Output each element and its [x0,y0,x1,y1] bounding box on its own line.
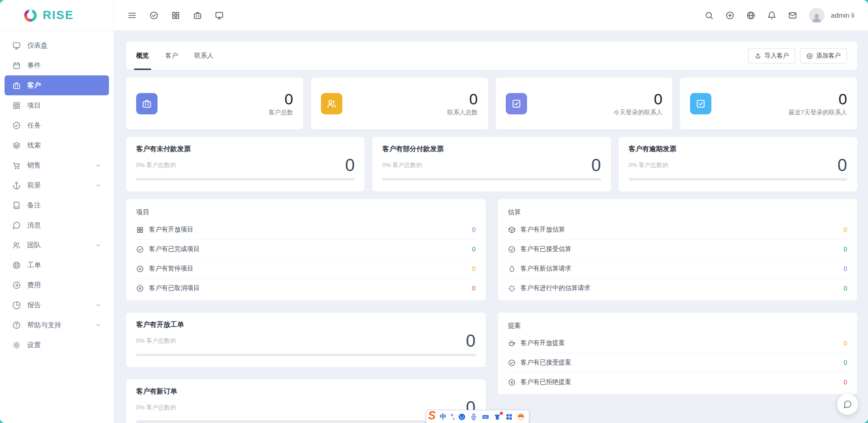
toolbox-grid-icon[interactable] [505,413,513,421]
tab-label: 概览 [136,52,149,60]
row-value: 0 [843,246,847,253]
tab-label: 联系人 [194,52,213,60]
sidebar-item-prospects[interactable]: 前景 [5,175,109,195]
search-icon[interactable] [705,11,714,20]
tab-bar: 概览 客户 联系人 [136,42,213,70]
calendar-icon [12,61,21,70]
card-title: 客户有部分付款发票 [382,145,601,153]
sidebar-item-messages[interactable]: 消息 [5,215,109,235]
sidebar-item-settings[interactable]: 设置 [5,335,109,355]
list-item[interactable]: 客户有开放估算 0 [508,220,848,240]
tab-overview[interactable]: 概览 [136,42,149,70]
sidebar-item-label: 工单 [27,261,41,270]
ime-toolbar: S 中 °, [426,410,529,423]
stat-tile [690,93,711,114]
stats-row: 0 客户总数 0 联系人总数 0 今天登录的联系人 [126,78,857,129]
sidebar-item-label: 费用 [27,281,41,290]
stat-label: 今天登录的联系人 [613,108,662,117]
coffee-icon [508,339,516,347]
mail-icon[interactable] [788,11,797,20]
sogou-logo-icon[interactable]: S [428,410,436,421]
language-globe-icon[interactable] [746,11,755,20]
lower-columns: 项目 客户有开放项目 0 客户有已完成项目 0 [126,199,857,423]
brand-logo[interactable]: RISE [0,0,113,31]
sidebar-item-leads[interactable]: 线索 [5,135,109,155]
cart-icon [12,161,21,170]
chat-fab-button[interactable] [837,394,858,415]
card-value: 0 [592,156,601,174]
left-column: 项目 客户有开放项目 0 客户有已完成项目 0 [126,199,486,423]
list-item[interactable]: 客户有已接受估算 0 [508,240,848,259]
microphone-icon[interactable] [470,413,478,421]
panel-title: 项目 [136,208,476,216]
sidebar-item-label: 备注 [27,201,41,210]
row-label: 客户有已接受提案 [521,359,572,367]
apps-grid-icon[interactable] [171,11,180,20]
percent-label: 0% 客户总数的 [136,403,176,412]
sidebar-item-sales[interactable]: 销售 [5,155,109,175]
keyboard-icon[interactable] [482,413,489,421]
add-client-button[interactable]: 添加客户 [800,48,847,64]
stat-tile [136,93,158,114]
ime-mascot-icon[interactable] [517,413,525,421]
tabs-toolbar: 概览 客户 联系人 导入客户 添加客户 [126,42,857,70]
list-item[interactable]: 客户有进行中的估算请求 0 [508,279,848,298]
percent-label: 0% 客户总数的 [629,161,668,169]
card-title: 客户有开放工单 [136,320,476,329]
ime-punctuation-icon[interactable]: °, [451,413,454,420]
quick-add-icon[interactable] [725,11,735,20]
notifications-bell-icon[interactable] [767,11,776,20]
avatar[interactable] [809,8,824,23]
sidebar-item-help[interactable]: 帮助与支持 [5,315,109,335]
sidebar-item-projects[interactable]: 项目 [5,95,109,115]
ime-language-mode[interactable]: 中 [440,413,447,421]
sidebar-item-clients[interactable]: 客户 [5,75,109,95]
ime-skin-button[interactable] [493,413,501,421]
stat-card-total-clients: 0 客户总数 [126,78,303,129]
todo-check-icon[interactable] [149,11,158,20]
sidebar-item-notes[interactable]: 备注 [5,195,109,215]
sidebar-item-label: 前景 [27,181,41,190]
row-value: 0 [472,265,476,272]
emoji-smiley-icon[interactable] [458,413,466,421]
list-item[interactable]: 客户有开放项目 0 [136,220,476,240]
main-content[interactable]: 概览 客户 联系人 导入客户 添加客户 [114,31,868,423]
list-item[interactable]: 客户有已完成项目 0 [136,240,476,259]
list-item[interactable]: 客户有新估算请求 0 [508,259,848,279]
import-clients-button[interactable]: 导入客户 [748,48,795,64]
layers-icon [12,141,21,150]
chevron-down-icon [95,162,101,168]
tab-clients[interactable]: 客户 [165,42,178,70]
user-name[interactable]: admin li [831,11,854,19]
app-window: RISE 仪表盘 事件 客户 项目 任务 [0,0,868,423]
card-value: 0 [466,332,475,350]
menu-icon[interactable] [128,11,137,20]
sidebar-nav: 仪表盘 事件 客户 项目 任务 线索 [0,31,113,359]
row-value: 0 [472,226,476,233]
row-label: 客户有新估算请求 [521,265,572,273]
sidebar-item-label: 销售 [27,161,41,170]
sidebar-item-expenses[interactable]: 费用 [5,275,109,295]
sidebar-item-team[interactable]: 团队 [5,235,109,255]
sidebar-item-reports[interactable]: 报告 [5,295,109,315]
check-circle-icon [12,121,21,130]
rise-logo-icon [24,9,37,22]
progress-bar [382,178,601,181]
briefcase-icon[interactable] [193,11,202,20]
sidebar-item-dashboard[interactable]: 仪表盘 [5,35,109,55]
card-title: 客户有新订单 [136,387,476,396]
sidebar-item-tasks[interactable]: 任务 [5,115,109,135]
tab-contacts[interactable]: 联系人 [194,42,213,70]
stat-label: 客户总数 [269,108,293,117]
list-item[interactable]: 客户有开放提案 0 [508,334,848,353]
panel-title: 估算 [508,208,848,216]
sidebar-item-tickets[interactable]: 工单 [5,255,109,275]
monitor-icon[interactable] [215,11,224,20]
list-item[interactable]: 客户有已接受提案 0 [508,353,848,373]
list-item[interactable]: 客户有已拒绝提案 0 [508,373,848,392]
list-item[interactable]: 客户有已取消项目 0 [136,279,476,298]
sidebar-item-events[interactable]: 事件 [5,55,109,75]
brand-name: RISE [43,8,74,22]
list-item[interactable]: 客户有暂停项目 0 [136,259,476,279]
card-title: 客户有逾期发票 [629,145,847,153]
